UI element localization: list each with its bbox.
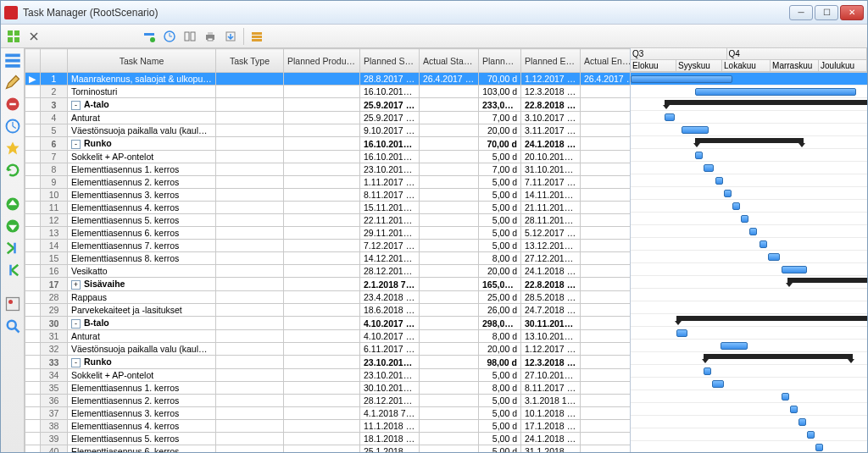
sidebar-edit-icon[interactable] [4,74,21,91]
minimize-button[interactable]: ─ [789,5,813,20]
gantt-row[interactable] [631,352,867,365]
schedule-button[interactable] [160,27,179,46]
maximize-button[interactable]: ☐ [815,5,838,20]
gantt-row[interactable] [631,314,867,327]
gantt-row[interactable] [631,289,867,301]
expand-icon[interactable]: - [71,140,81,149]
gantt-row[interactable] [631,136,867,149]
gantt-row[interactable] [631,403,867,416]
gantt-row[interactable] [631,111,867,124]
close-tab-button[interactable] [25,27,43,46]
gantt-row[interactable] [631,327,867,340]
gantt-bar[interactable] [676,316,867,321]
col-name[interactable]: Task Name [68,49,216,73]
gantt-bar[interactable] [782,393,789,401]
task-row[interactable]: ▶ 1 Maanrakennus, salaojat & ulkopuolise… [25,73,632,86]
task-row[interactable]: 15 Elementtiasennus 8. kerros 14.12.2017… [25,252,632,265]
task-row[interactable]: 3 -A-talo 25.9.2017 7:00 233,00 d 22.8.2… [25,98,632,112]
close-button[interactable]: ✕ [840,5,864,20]
export-button[interactable] [221,27,240,46]
gantt-row[interactable] [631,149,867,162]
task-row[interactable]: 5 Väestönsuoja paikalla valu (kaulat, la… [25,124,632,137]
task-row[interactable]: 30 -B-talo 4.10.2017 7:00 298,00 d 30.11… [25,317,632,330]
task-row[interactable]: 10 Elementtiasennus 3. kerros 8.11.2017 … [25,189,632,202]
gantt-bar[interactable] [631,75,732,83]
col-dur[interactable]: Planned Duration [479,49,521,73]
gantt-bar[interactable] [721,342,748,350]
gantt-bar[interactable] [807,431,815,439]
expand-icon[interactable]: - [71,358,81,367]
selector-header[interactable] [25,49,41,73]
gantt-bar[interactable] [665,100,867,105]
col-prodrate[interactable]: Planned Production Rate [284,49,360,73]
task-row[interactable]: 34 Sokkelit + AP-ontelot 23.10.2017 7:00… [25,369,632,382]
gantt-row[interactable] [631,428,867,441]
expand-icon[interactable]: - [71,319,81,329]
task-row[interactable]: 8 Elementtiasennus 1. kerros 23.10.2017 … [25,163,632,176]
task-row[interactable]: 11 Elementtiasennus 4. kerros 15.11.2017… [25,202,632,214]
task-row[interactable]: 14 Elementtiasennus 7. kerros 7.12.2017 … [25,240,632,252]
gantt-bar[interactable] [682,126,709,134]
task-row[interactable]: 40 Elementtiasennus 6. kerros 25.1.2018 … [25,445,632,453]
sidebar-favorite-icon[interactable] [4,140,21,157]
gantt-row[interactable] [631,73,867,86]
gantt-bar[interactable] [732,202,740,210]
gantt-bar[interactable] [695,152,703,159]
task-row[interactable]: 37 Elementtiasennus 3. kerros 4.1.2018 7… [25,407,632,420]
col-aend[interactable]: Actual End Date [581,49,632,73]
print-button[interactable] [201,27,220,46]
gantt-row[interactable] [631,174,867,187]
task-row[interactable]: 33 -Runko 23.10.2017 7:00 98,00 d 12.3.2… [25,356,632,369]
gantt-bar[interactable] [695,138,804,143]
col-astart[interactable]: Actual Start Date [420,49,479,73]
gantt-bar[interactable] [704,164,714,172]
task-row[interactable]: 16 Vesikatto 28.12.2017 7:00 20,00 d 24.… [25,265,632,278]
gantt-bar[interactable] [782,266,807,273]
gantt-bar[interactable] [790,406,798,413]
gantt-row[interactable] [631,390,867,403]
col-pstart[interactable]: Planned Start Date [360,49,420,73]
gantt-bar[interactable] [712,380,724,388]
gantt-row[interactable] [631,416,867,428]
task-row[interactable]: 35 Elementtiasennus 1. kerros 30.10.2017… [25,382,632,395]
gantt-bar[interactable] [724,190,732,197]
gantt-row[interactable] [631,124,867,136]
view-grid-button[interactable] [4,27,23,46]
gantt-row[interactable] [631,251,867,263]
settings-button[interactable] [248,27,266,46]
gantt-row[interactable] [631,238,867,251]
task-row[interactable]: 4 Anturat 25.9.2017 7:00 7,00 d 3.10.201… [25,112,632,124]
task-row[interactable]: 31 Anturat 4.10.2017 7:00 8,00 d 13.10.2… [25,330,632,343]
task-row[interactable]: 7 Sokkelit + AP-ontelot 16.10.2017 7:00 … [25,151,632,163]
sidebar-refresh-icon[interactable] [4,162,21,179]
sidebar-indent-icon[interactable] [4,240,21,257]
task-row[interactable]: 9 Elementtiasennus 2. kerros 1.11.2017 7… [25,176,632,189]
add-task-button[interactable] [140,27,159,46]
gantt-bar[interactable] [798,418,806,426]
gantt-row[interactable] [631,263,867,276]
task-row[interactable]: 13 Elementtiasennus 6. kerros 29.11.2017… [25,227,632,240]
gantt-row[interactable] [631,200,867,213]
gantt-chart[interactable]: Q3Q4 ElokuuSyyskuuLokakuuMarraskuuJouluk… [631,48,867,452]
gantt-row[interactable] [631,98,867,111]
gantt-row[interactable] [631,378,867,390]
task-row[interactable]: 36 Elementtiasennus 2. kerros 28.12.2017… [25,395,632,407]
gantt-bar[interactable] [741,215,748,223]
col-type[interactable]: Task Type [216,49,284,73]
gantt-bar[interactable] [695,88,856,96]
gantt-bar[interactable] [665,113,675,121]
gantt-bar[interactable] [676,329,687,337]
gantt-bar[interactable] [715,177,723,185]
gantt-bar[interactable] [704,354,853,359]
row-number-header[interactable] [41,49,68,73]
gantt-row[interactable] [631,86,867,98]
expand-icon[interactable]: - [71,101,81,110]
task-row[interactable]: 2 Torninosturi 16.10.2017 7:00 103,00 d … [25,86,632,98]
task-row[interactable]: 38 Elementtiasennus 4. kerros 11.1.2018 … [25,420,632,433]
sidebar-delete-icon[interactable] [4,96,21,113]
gantt-row[interactable] [631,187,867,200]
gantt-bar[interactable] [787,278,867,283]
sidebar-down-icon[interactable] [4,218,21,235]
split-button[interactable] [181,27,199,46]
col-pend[interactable]: Planned End Date [521,49,581,73]
